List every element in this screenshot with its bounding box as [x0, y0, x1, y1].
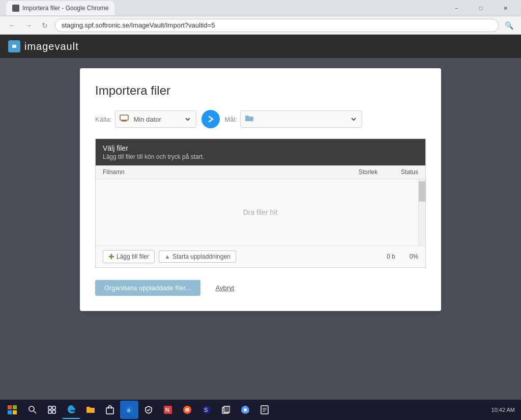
- svg-rect-5: [8, 405, 12, 409]
- arrow-button[interactable]: [201, 110, 220, 128]
- logo-icon: [8, 40, 20, 52]
- taskbar-edge[interactable]: [62, 401, 80, 419]
- svg-rect-1: [12, 45, 16, 48]
- taskbar-windows-security[interactable]: [139, 401, 158, 419]
- import-card: Importera filer Källa: Min dator: [80, 68, 441, 311]
- svg-line-10: [34, 411, 36, 413]
- taskbar-app1[interactable]: a: [120, 401, 138, 419]
- source-label: Källa:: [95, 116, 112, 123]
- file-section-header: Välj filer Lägg till filer till kön och …: [96, 139, 425, 165]
- logo-text: imagevault: [24, 41, 79, 52]
- address-bar: ← → ↻ 🔍: [0, 16, 521, 35]
- svg-rect-25: [224, 406, 230, 412]
- plus-icon: ✚: [108, 253, 114, 261]
- source-select[interactable]: Min dator: [115, 110, 196, 128]
- target-label: Mål:: [225, 116, 238, 123]
- svg-rect-12: [52, 406, 55, 409]
- upload-icon: ▲: [164, 253, 170, 260]
- file-scrollbar[interactable]: [418, 179, 425, 245]
- svg-rect-7: [8, 410, 12, 414]
- logo: imagevault: [8, 40, 79, 52]
- col-status-header: Status: [378, 169, 418, 176]
- add-files-label: Lägg till filer: [117, 253, 149, 260]
- drop-text: Dra filer hit: [243, 208, 278, 216]
- add-files-button[interactable]: ✚ Lägg till filer: [103, 250, 155, 263]
- svg-text:S: S: [204, 407, 208, 413]
- source-group: Källa: Min dator: [95, 110, 196, 128]
- reload-button[interactable]: ↻: [39, 19, 51, 32]
- taskbar-notes[interactable]: [255, 401, 274, 419]
- minimize-button[interactable]: −: [445, 0, 468, 16]
- source-dropdown[interactable]: Min dator: [132, 115, 192, 124]
- svg-rect-6: [13, 405, 17, 409]
- svg-text:a: a: [127, 407, 130, 413]
- maximize-button[interactable]: □: [469, 0, 493, 16]
- footer-size: 0 b: [387, 253, 395, 260]
- organize-button[interactable]: Organisera uppladdade filer...: [95, 280, 200, 296]
- svg-text:N: N: [165, 407, 169, 413]
- file-footer: ✚ Lägg till filer ▲ Starta uppladdningen…: [96, 245, 425, 267]
- folder-icon: [245, 115, 254, 124]
- taskbar-explorer[interactable]: [81, 401, 100, 419]
- file-section: Välj filer Lägg till filer till kön och …: [95, 138, 426, 268]
- address-search-icon: 🔍: [503, 19, 515, 32]
- taskbar-search[interactable]: [23, 401, 42, 419]
- back-button[interactable]: ←: [6, 19, 18, 32]
- close-button[interactable]: ✕: [494, 0, 517, 16]
- file-table-header: Filnamn Storlek Status: [96, 165, 425, 179]
- monitor-icon: [120, 115, 129, 124]
- taskbar-app3[interactable]: [178, 401, 196, 419]
- target-dropdown[interactable]: [257, 115, 358, 124]
- taskbar-task-view[interactable]: [43, 401, 61, 419]
- cancel-button[interactable]: Avbryt: [207, 280, 244, 296]
- start-upload-label: Starta uppladdningen: [172, 253, 230, 260]
- start-upload-button[interactable]: ▲ Starta uppladdningen: [159, 250, 236, 263]
- system-clock: 10:42 AM: [491, 407, 515, 413]
- svg-rect-11: [48, 406, 51, 409]
- svg-rect-15: [106, 408, 113, 414]
- svg-point-9: [29, 406, 34, 411]
- chrome-titlebar: Importera filer - Google Chrome − □ ✕: [0, 0, 521, 16]
- target-select[interactable]: [240, 110, 362, 128]
- window-controls: − □ ✕: [445, 0, 517, 16]
- forward-button[interactable]: →: [22, 19, 35, 32]
- taskbar-chrome[interactable]: [236, 401, 254, 419]
- start-button[interactable]: [2, 400, 22, 420]
- file-section-title: Välj filer: [103, 144, 418, 152]
- svg-rect-8: [13, 410, 17, 414]
- tab-title: Importera filer - Google Chrome: [22, 5, 108, 12]
- tab-favicon: [12, 5, 19, 12]
- file-drop-area[interactable]: Dra filer hit: [96, 179, 425, 245]
- taskbar-app2[interactable]: N: [159, 401, 177, 419]
- source-target-row: Källa: Min dator: [95, 110, 426, 128]
- target-group: Mål:: [225, 110, 363, 128]
- svg-point-27: [244, 408, 247, 411]
- taskbar-app4[interactable]: S: [197, 401, 216, 419]
- svg-rect-4: [122, 121, 127, 122]
- svg-rect-2: [120, 115, 128, 120]
- file-section-subtitle: Lägg till filer till kön och tryck på st…: [103, 153, 418, 160]
- taskbar-files[interactable]: [217, 401, 235, 419]
- taskbar-system-tray: 10:42 AM: [491, 407, 519, 413]
- svg-rect-13: [48, 410, 51, 413]
- browser-tab[interactable]: Importera filer - Google Chrome: [6, 1, 114, 15]
- main-area: Importera filer Källa: Min dator: [0, 58, 521, 400]
- url-input[interactable]: [55, 19, 499, 32]
- svg-point-21: [185, 408, 189, 412]
- page-title: Importera filer: [95, 83, 426, 98]
- scrollbar-thumb[interactable]: [419, 181, 426, 202]
- footer-percent: 0%: [410, 253, 418, 260]
- svg-rect-14: [52, 410, 55, 413]
- taskbar-store[interactable]: [101, 401, 119, 419]
- col-size-header: Storlek: [337, 169, 378, 176]
- taskbar: a N S 10:42 AM: [0, 400, 521, 420]
- app-header: imagevault: [0, 35, 521, 58]
- col-filename-header: Filnamn: [103, 169, 337, 176]
- bottom-buttons: Organisera uppladdade filer... Avbryt: [95, 280, 426, 296]
